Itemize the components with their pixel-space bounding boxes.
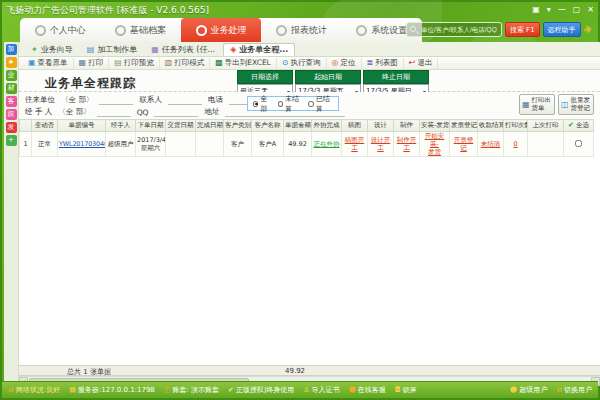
contact-input[interactable] [168,96,202,105]
menu-tab-archive[interactable]: 基础档案 [100,18,180,42]
minimize-button[interactable]: — [558,5,566,15]
summary-bar: 总共 1 张单据 49.92 [19,365,600,376]
date-range-header: 日期选择 [237,70,293,84]
close-button[interactable]: ✕ [587,5,594,15]
sidebar-chip-business[interactable]: 业 [6,70,17,81]
reports-icon [276,25,287,36]
exit-button[interactable]: ↩退出 [404,58,439,69]
sidebar-chip-customer[interactable]: 客 [6,96,17,107]
title-bar: 飞扬动力广告公司管理软件 [标准版 - V2.6.0.565] ▣ ▾ — ▢ … [2,2,598,18]
toolbar-label: 查看原单 [38,58,68,68]
cell-status: 正常 [32,132,58,157]
col-finish-date[interactable]: 完成日期 [196,120,224,132]
view-original-button[interactable]: ▣查看原单 [23,58,74,69]
handler-scope[interactable]: 〈全 部〉 [58,107,90,117]
col-customer-name[interactable]: 客户名称 [252,120,284,132]
col-customer-type[interactable]: 客户类别 [224,120,252,132]
col-order-no[interactable]: 单据编号 [58,120,106,132]
sidebar-chip-ship[interactable]: 发 [6,122,17,133]
query-icon: ⊙ [282,59,289,67]
batch-ship-register-button[interactable]: ◫批量发 货登记 [558,94,594,115]
col-install-ship[interactable]: 安装-发货 [420,120,450,132]
batch-ship-icon: ◫ [561,100,569,109]
search-input[interactable] [421,26,501,33]
radio-all[interactable]: 全部 [253,94,272,114]
current-user[interactable]: ☻超级用户 [510,385,547,395]
export-excel-button[interactable]: ▩导出到EXCEL [210,58,277,69]
cell-install-link[interactable]: 开始安装- 发货 [420,132,450,157]
sidebar-chip-material[interactable]: 材 [6,83,17,94]
table-row[interactable]: 1 正常 YWL20170304001 超级用户 2017/3/4 星期六 客户… [20,132,594,157]
cell-finish-date [196,132,224,157]
chevron-down-icon[interactable]: ▾ [547,5,551,15]
menu-tab-reports[interactable]: 报表统计 [261,18,341,42]
run-query-button[interactable]: ⊙执行查询 [277,58,327,69]
sidebar-chip-add[interactable]: 加 [6,44,17,55]
col-outsource[interactable]: 外协完成 [312,120,342,132]
unit-scope[interactable]: 〈全 部〉 [61,95,93,105]
col-gutter [20,120,32,132]
radio-settled[interactable]: 已结算 [308,94,333,114]
col-last-print[interactable]: 上次打印 [528,120,564,132]
doc-tab-tracking[interactable]: ◈业务单全程... [223,43,295,56]
handler-input[interactable] [97,108,131,117]
print-preview-button[interactable]: ▤打印预览 [109,58,160,69]
server-status: ▤服务器:127.0.0.1:1798 [69,385,155,395]
unit-input[interactable] [99,96,133,105]
cell-invoice-link[interactable]: 开票登记 [450,132,478,157]
col-deliver-date[interactable]: 交货日期 [166,120,196,132]
col-amount[interactable]: 单据金额 [284,120,312,132]
col-settle[interactable]: 收款结算 [478,120,504,132]
doc-tab-work-order[interactable]: ▤加工制作单 [81,43,144,56]
radio-icon [308,101,313,107]
cell-produce-link[interactable]: 制作开工 [394,132,420,157]
search-button[interactable]: 搜索 F1 [505,22,540,37]
cell-design-link[interactable]: 设计开工 [368,132,394,157]
cell-settle-link[interactable]: 未结清 [478,132,504,157]
print-mode-button[interactable]: ▧打印模式 [160,58,211,69]
online-service-button[interactable]: ☻在线客服 [349,385,386,395]
radio-unsettled[interactable]: 未结算 [278,94,303,114]
view-original-icon: ▣ [28,59,36,67]
radio-label: 未结算 [285,94,302,114]
print-button[interactable]: ▦打印 [74,58,110,69]
menu-tab-label: 系统设置 [371,24,407,37]
document-tabstrip: ✦业务向导 ▤加工制作单 ▦任务列表 (任... ◈业务单全程... [19,42,600,57]
col-handler[interactable]: 经手人 [106,120,136,132]
doc-tab-wizard[interactable]: ✦业务向导 [25,43,79,56]
menu-tab-personal[interactable]: 个人中心 [20,18,100,42]
skin-icon[interactable]: ▣ [532,5,540,15]
remote-assist-button[interactable]: 远程助手 [543,22,581,37]
qq-input[interactable] [154,108,198,117]
sidebar-chip-star[interactable]: ★ [6,57,17,68]
col-order-date[interactable]: 下单日期 [136,120,166,132]
cell-draft-link[interactable]: 稿图开工 [342,132,368,157]
server-icon: ▤ [69,386,76,394]
qq-label: QQ [137,108,149,117]
sidebar-chip-track[interactable]: 跟 [6,109,17,120]
cell-order-no-link[interactable]: YWL20170304001 [58,132,106,157]
maximize-button[interactable]: ▢ [573,5,581,15]
col-print-count[interactable]: 打印次数 [504,120,528,132]
col-select-all[interactable]: ✔ 全选 [564,120,594,132]
print-ship-order-button[interactable]: ▦打印出 货单 [519,94,555,115]
quick-launch-sidebar: 加 ★ 业 材 客 跟 发 + [4,42,19,385]
locate-button[interactable]: ◎定位 [327,58,362,69]
col-invoice[interactable]: 发票登记 [450,120,478,132]
col-draft[interactable]: 稿图 [342,120,368,132]
doc-tab-task-list[interactable]: ▦任务列表 (任... [145,43,221,56]
list-view-button[interactable]: ≣列表图 [362,58,404,69]
switch-user-button[interactable]: ⇄切换用户 [556,385,592,395]
menu-tab-business[interactable]: 业务处理 [181,18,261,42]
rocket-icon[interactable]: ✈ [583,23,593,36]
radio-icon [278,101,283,107]
search-box [406,22,502,37]
cell-outsource-link[interactable]: 正在外协 [312,132,342,157]
row-checkbox[interactable] [575,140,582,147]
sidebar-chip-plus[interactable]: + [6,135,17,146]
col-design[interactable]: 设计 [368,120,394,132]
col-status[interactable]: 变动否 [32,120,58,132]
col-produce[interactable]: 制作 [394,120,420,132]
import-cert-button[interactable]: ♙导入证书 [303,385,339,395]
lock-screen-button[interactable]: ◘锁屏 [395,385,417,395]
